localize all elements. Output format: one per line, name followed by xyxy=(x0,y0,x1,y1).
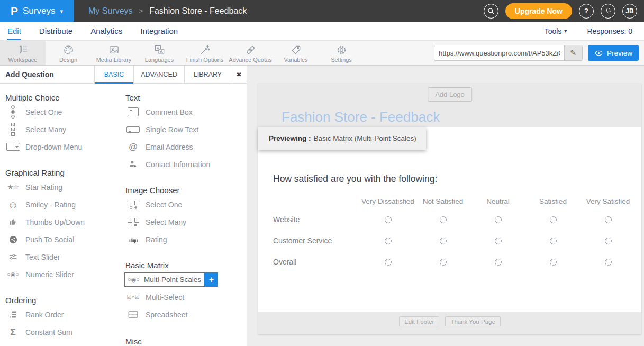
radio-website-very-satisfied[interactable] xyxy=(605,216,612,223)
toolbar-media-library[interactable]: Media Library xyxy=(91,41,137,65)
avatar-initials: JB xyxy=(625,7,633,15)
row-label: Customer Service xyxy=(273,236,360,245)
pencil-icon: ✎ xyxy=(570,49,577,57)
product-switcher[interactable]: P Surveys ▾ xyxy=(0,0,74,22)
toolbar-workspace[interactable]: Workspace xyxy=(0,41,46,65)
toolbar-design[interactable]: Design xyxy=(46,41,91,65)
breadcrumb-separator-icon: > xyxy=(139,7,143,15)
edit-footer-button[interactable]: Edit Footer xyxy=(399,316,439,326)
tools-dropdown[interactable]: Tools ▾ xyxy=(545,27,567,35)
survey-nav-tabs: Edit Distribute Analytics Integration xyxy=(7,22,178,40)
spreadsheet-icon xyxy=(126,310,140,319)
responses-count[interactable]: Responses: 0 xyxy=(587,27,632,35)
radio-website-not-satisfied[interactable] xyxy=(440,216,447,223)
survey-nav-right: Tools ▾ Responses: 0 xyxy=(545,27,637,35)
qtype-image-select-one[interactable]: Select One xyxy=(124,196,246,213)
radio-overall-very-dissatisfied[interactable] xyxy=(385,259,392,266)
toolbar-variables[interactable]: Variables xyxy=(273,41,319,65)
tag-icon xyxy=(290,44,302,56)
breadcrumb-my-surveys[interactable]: My Surveys xyxy=(88,6,133,16)
tab-edit[interactable]: Edit xyxy=(7,22,21,40)
radio-website-satisfied[interactable] xyxy=(550,216,557,223)
qtype-numeric-slider[interactable]: ○◉○ Numeric Slider xyxy=(4,266,124,283)
qtype-email-address[interactable]: @ Email Address xyxy=(124,138,246,156)
section-basic-matrix: Basic Matrix xyxy=(125,261,246,270)
row-label: Overall xyxy=(273,258,360,266)
help-button[interactable]: ? xyxy=(579,4,594,19)
radio-customer-service-not-satisfied[interactable] xyxy=(440,238,447,244)
tab-advanced[interactable]: ADVANCED xyxy=(133,66,184,83)
plus-icon: + xyxy=(209,275,214,285)
toolbar-settings[interactable]: Settings xyxy=(319,41,364,65)
toolbar-finish-options[interactable]: Finish Options xyxy=(182,41,228,65)
question-mark-icon: ? xyxy=(584,7,588,15)
product-name: Surveys xyxy=(23,6,55,16)
qtype-contact-information[interactable]: Contact Information xyxy=(124,156,246,173)
toolbar-advance-quotas[interactable]: Advance Quotas xyxy=(228,41,273,65)
qtype-constant-sum[interactable]: Σ Constant Sum xyxy=(4,323,124,341)
qtype-push-to-social[interactable]: Push To Social xyxy=(4,231,124,248)
qtype-select-one[interactable]: Select One xyxy=(4,103,124,121)
eye-icon xyxy=(594,50,603,57)
radio-overall-neutral[interactable] xyxy=(495,259,502,266)
upgrade-now-button[interactable]: Upgrade Now xyxy=(505,3,572,19)
matrix-row-website: Website xyxy=(273,209,641,230)
qtype-text-slider[interactable]: Text Slider xyxy=(4,248,124,266)
qtype-spreadsheet[interactable]: Spreadsheet xyxy=(124,306,246,323)
survey-nav: Edit Distribute Analytics Integration To… xyxy=(0,22,644,41)
radio-customer-service-very-satisfied[interactable] xyxy=(605,238,612,244)
qtype-dropdown-menu[interactable]: Drop-down Menu xyxy=(4,138,124,156)
matrix-col-neutral: Neutral xyxy=(470,197,525,205)
qtype-smiley-rating[interactable]: ☺ Smiley - Rating xyxy=(4,196,124,213)
tab-integration[interactable]: Integration xyxy=(140,22,178,40)
survey-url-input[interactable] xyxy=(434,45,564,60)
radio-website-neutral[interactable] xyxy=(495,216,502,223)
qtype-image-rating[interactable]: Rating xyxy=(124,231,246,248)
qtype-multi-point-scales-selected[interactable]: ○◉○ Multi-Point Scales + xyxy=(124,271,246,288)
matrix-col-not-satisfied: Not Satisfied xyxy=(415,197,470,205)
qtype-comment-box[interactable]: Comment Box xyxy=(124,103,246,121)
breadcrumb: My Surveys > Fashion Store - Feedback xyxy=(88,6,247,16)
qtype-image-select-many[interactable]: Select Many xyxy=(124,213,246,231)
qtype-select-many[interactable]: Select Many xyxy=(4,121,124,138)
notifications-button[interactable] xyxy=(601,4,615,19)
qtype-single-row-text[interactable]: Single Row Text xyxy=(124,121,246,138)
preview-button[interactable]: Preview xyxy=(588,45,639,61)
radio-website-very-dissatisfied[interactable] xyxy=(385,216,392,223)
add-question-panel: Add Question BASIC ADVANCED LIBRARY ✖ Mu… xyxy=(0,66,247,346)
selected-question-type[interactable]: ○◉○ Multi-Point Scales xyxy=(124,272,205,287)
toolbar-languages[interactable]: Languages xyxy=(137,41,182,65)
qtype-thumbs-updown[interactable]: Thumbs Up/Down xyxy=(4,213,124,231)
radio-overall-very-satisfied[interactable] xyxy=(605,259,612,266)
multi-point-icon: ○◉○ xyxy=(128,276,140,283)
edit-url-button[interactable]: ✎ xyxy=(564,45,582,60)
qtype-partial-clipped[interactable] xyxy=(4,341,124,346)
qtype-multi-select[interactable]: ☑○☑ Multi-Select xyxy=(124,288,246,306)
radio-customer-service-very-dissatisfied[interactable] xyxy=(385,238,392,244)
add-logo-button[interactable]: Add Logo xyxy=(428,87,472,102)
dropdown-box-icon xyxy=(6,143,20,151)
qtype-star-rating[interactable]: ★☆ Star Rating xyxy=(4,178,124,196)
tab-library[interactable]: LIBRARY xyxy=(184,66,231,83)
user-avatar[interactable]: JB xyxy=(622,4,637,19)
row-label: Website xyxy=(273,215,360,224)
qtype-rank-order[interactable]: Rank Order xyxy=(4,306,124,323)
questionpro-logo-icon: P xyxy=(11,5,18,17)
close-panel-button[interactable]: ✖ xyxy=(231,66,247,83)
tab-basic[interactable]: BASIC xyxy=(94,66,133,83)
matrix-row-customer-service: Customer Service xyxy=(273,230,641,251)
slider-dots-icon: ○◉○ xyxy=(6,271,20,278)
radio-stack-icon xyxy=(6,105,20,119)
add-question-type-button[interactable]: + xyxy=(205,272,218,287)
radio-overall-not-satisfied[interactable] xyxy=(440,259,447,266)
matrix-col-satisfied: Satisfied xyxy=(525,197,580,205)
tab-distribute[interactable]: Distribute xyxy=(39,22,72,40)
question-preview: How satisfied are you with the following… xyxy=(258,127,641,312)
radio-customer-service-neutral[interactable] xyxy=(495,238,502,244)
tab-analytics[interactable]: Analytics xyxy=(90,22,122,40)
search-button[interactable] xyxy=(484,4,498,19)
radio-customer-service-satisfied[interactable] xyxy=(550,238,557,244)
questionpro-app: P Surveys ▾ My Surveys > Fashion Store -… xyxy=(0,0,644,346)
thank-you-page-button[interactable]: Thank You Page xyxy=(445,316,500,326)
radio-overall-satisfied[interactable] xyxy=(550,259,557,266)
